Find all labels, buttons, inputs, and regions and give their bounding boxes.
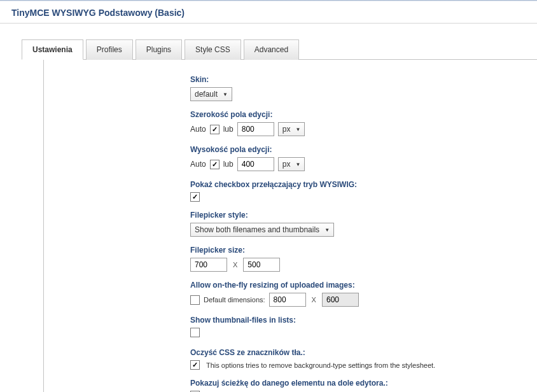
skin-label: Skin:	[190, 75, 537, 84]
field-filepicker-style: Filepicker style: Show both filenames an…	[190, 211, 537, 237]
switchcb-checkbox[interactable]	[190, 192, 200, 202]
switchcb-label: Pokaż checkbox przełączający tryb WYSIWI…	[190, 180, 537, 189]
resize-width-input[interactable]	[269, 293, 306, 307]
width-auto-label: Auto	[190, 125, 206, 134]
field-filepicker-size: Filepicker size: X	[190, 246, 537, 272]
tab-plugins[interactable]: Plugins	[136, 39, 182, 60]
fpsize-x: X	[231, 261, 239, 269]
tabs-container: Ustawienia Profiles Plugins Style CSS Ad…	[0, 24, 537, 392]
field-show-switch-checkbox: Pokaż checkbox przełączający tryb WYSIWI…	[190, 180, 537, 202]
field-clean-css: Oczyść CSS ze znaczników tła.: This opti…	[190, 348, 537, 370]
tab-style-css[interactable]: Style CSS	[185, 39, 241, 60]
height-lub: lub	[223, 160, 234, 169]
height-input[interactable]	[237, 157, 274, 171]
height-auto-label: Auto	[190, 160, 206, 169]
fpsize-width-input[interactable]	[190, 258, 227, 272]
cleancss-label: Oczyść CSS ze znaczników tła.:	[190, 348, 537, 357]
field-skin: Skin: default	[190, 75, 537, 101]
tab-ustawienia[interactable]: Ustawienia	[22, 39, 83, 60]
width-input[interactable]	[237, 122, 274, 136]
resize-label: Allow on-the-fly resizing of uploaded im…	[190, 281, 537, 290]
tab-profiles[interactable]: Profiles	[86, 39, 133, 60]
page-header: TinyMCE WYSIWYG Podstawowy (Basic)	[0, 1, 537, 24]
field-width: Szerokość pola edycji: Auto lub px	[190, 110, 537, 136]
thumb-label: Show thumbnail-files in lists:	[190, 316, 537, 325]
cleancss-desc: This options tries to remove background-…	[206, 361, 435, 369]
field-show-path: Pokazuj ścieżkę do danego elementu na do…	[190, 379, 537, 392]
fpstyle-select[interactable]: Show both filenames and thumbnails	[190, 223, 334, 237]
resize-dim-label: Default dimensions:	[204, 296, 265, 304]
page-title: TinyMCE WYSIWYG Podstawowy (Basic)	[11, 8, 526, 18]
tabs: Ustawienia Profiles Plugins Style CSS Ad…	[22, 39, 537, 60]
skin-select[interactable]: default	[190, 87, 232, 101]
cleancss-checkbox[interactable]	[190, 360, 200, 370]
height-label: Wysokość pola edycji:	[190, 145, 537, 154]
thumb-checkbox[interactable]	[190, 328, 200, 337]
resize-x: X	[310, 296, 318, 304]
field-thumb-lists: Show thumbnail-files in lists:	[190, 316, 537, 339]
path-label: Pokazuj ścieżkę do danego elementu na do…	[190, 379, 537, 388]
resize-height-input[interactable]	[322, 293, 359, 307]
field-allow-resize: Allow on-the-fly resizing of uploaded im…	[190, 281, 537, 307]
fpstyle-label: Filepicker style:	[190, 211, 537, 220]
resize-checkbox[interactable]	[190, 295, 200, 305]
width-unit-select[interactable]: px	[278, 122, 305, 136]
width-auto-checkbox[interactable]	[210, 125, 220, 134]
width-label: Szerokość pola edycji:	[190, 110, 537, 119]
width-lub: lub	[223, 125, 234, 134]
tab-advanced[interactable]: Advanced	[244, 39, 299, 60]
fpsize-label: Filepicker size:	[190, 246, 537, 255]
height-auto-checkbox[interactable]	[210, 160, 220, 169]
settings-panel: Skin: default Szerokość pola edycji: Aut…	[43, 60, 537, 392]
height-unit-select[interactable]: px	[278, 157, 305, 171]
field-height: Wysokość pola edycji: Auto lub px	[190, 145, 537, 171]
fpsize-height-input[interactable]	[243, 258, 280, 272]
